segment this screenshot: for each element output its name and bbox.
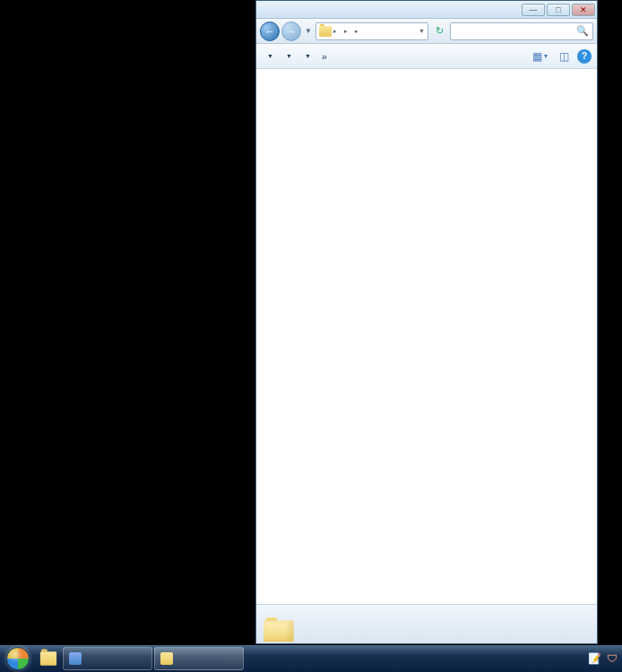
search-icon: 🔍 <box>576 25 589 37</box>
toolbar: ▼ ▼ ▼ » ▦▼ ◫ ? <box>256 44 597 69</box>
taskbar: 📝 🛡 <box>0 645 622 672</box>
maximize-button[interactable]: □ <box>547 4 570 16</box>
search-input[interactable] <box>454 26 576 36</box>
close-button[interactable]: ✕ <box>572 4 595 16</box>
desktop[interactable]: — □ ✕ ← → ▼ ▸ ▸ ▸ ▼ ↻ 🔍 <box>0 0 622 672</box>
windows-orb-icon <box>6 647 30 670</box>
status-bar <box>256 604 597 643</box>
titlebar[interactable]: — □ ✕ <box>256 1 597 19</box>
navbar: ← → ▼ ▸ ▸ ▸ ▼ ↻ 🔍 <box>256 19 597 44</box>
pinned-explorer[interactable] <box>36 647 61 670</box>
organize-menu[interactable]: ▼ <box>262 51 277 61</box>
chevron-right-icon: ▸ <box>333 28 337 35</box>
folder-icon <box>319 26 332 37</box>
tray-icon[interactable]: 📝 <box>586 650 602 667</box>
back-button[interactable]: ← <box>260 22 280 41</box>
app-icon <box>69 652 82 665</box>
search-box[interactable]: 🔍 <box>450 22 593 40</box>
app-icon <box>160 652 173 665</box>
refresh-button[interactable]: ↻ <box>430 22 448 40</box>
start-button[interactable] <box>2 646 34 671</box>
preview-pane-button[interactable]: ◫ <box>554 47 574 65</box>
explorer-window: — □ ✕ ← → ▼ ▸ ▸ ▸ ▼ ↻ 🔍 <box>255 0 598 644</box>
chevron-right-icon: ▸ <box>344 28 348 35</box>
chevron-right-icon: ▸ <box>355 28 359 35</box>
task-wallpaper-widescreen[interactable] <box>154 647 244 670</box>
view-options-button[interactable]: ▦▼ <box>531 47 550 65</box>
tray-icon[interactable]: 🛡 <box>604 650 620 667</box>
address-bar[interactable]: ▸ ▸ ▸ ▼ <box>315 22 428 40</box>
task-personalization[interactable] <box>63 647 152 670</box>
toolbar-overflow[interactable]: » <box>318 49 331 64</box>
file-list[interactable] <box>256 69 597 604</box>
help-button[interactable]: ? <box>577 49 592 64</box>
nav-history-dropdown[interactable]: ▼ <box>303 22 314 41</box>
folder-icon <box>263 612 292 637</box>
folder-icon <box>40 651 56 666</box>
include-library-menu[interactable]: ▼ <box>281 51 296 61</box>
share-menu[interactable]: ▼ <box>299 51 315 61</box>
minimize-button[interactable]: — <box>522 4 545 16</box>
address-dropdown[interactable]: ▼ <box>419 28 425 34</box>
forward-button[interactable]: → <box>281 22 301 41</box>
